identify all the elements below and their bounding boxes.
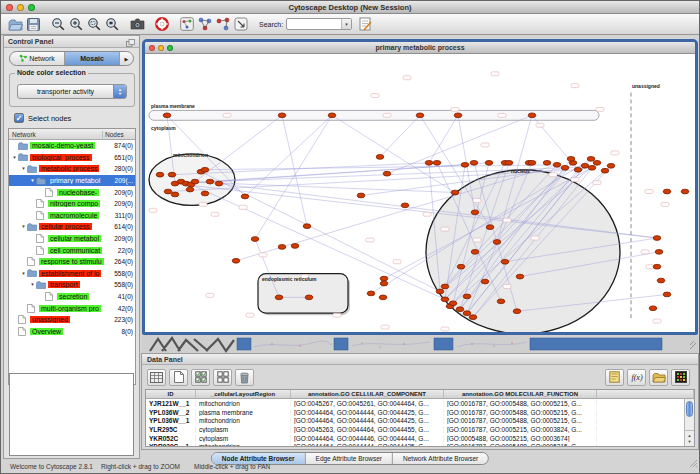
snapshot-icon[interactable]: [128, 16, 146, 33]
network-node[interactable]: [171, 192, 179, 197]
birdseye-view[interactable]: [9, 373, 134, 456]
column-header[interactable]: annotation.GO CELLULAR_COMPONENT: [291, 390, 444, 398]
network-node[interactable]: [156, 172, 164, 177]
network-node[interactable]: [471, 210, 479, 215]
network-node[interactable]: [513, 309, 521, 314]
attribute-table-icon[interactable]: [147, 369, 166, 386]
scrollbar-arrows[interactable]: ▲▼: [685, 430, 694, 446]
tree-row[interactable]: response to stimulu264(0): [9, 256, 135, 268]
network-node[interactable]: [305, 295, 313, 300]
expander-icon[interactable]: ▼: [29, 178, 36, 183]
network-node[interactable]: [441, 297, 449, 302]
tree-row[interactable]: macromolecule311(0): [9, 210, 135, 222]
network-node[interactable]: [505, 160, 513, 165]
network-node[interactable]: [471, 249, 479, 254]
network-node[interactable]: [493, 240, 501, 245]
network-node[interactable]: [653, 264, 661, 269]
network-node[interactable]: [441, 284, 449, 289]
tree-row[interactable]: unassigned223(0): [9, 314, 135, 326]
tree-column-nodes[interactable]: Nodes: [103, 131, 135, 138]
table-row[interactable]: YDR039C__1mitochondrion[GO:0044464, GO:0…: [146, 442, 694, 447]
attribute-editor-icon[interactable]: [356, 16, 374, 33]
float-panel-icon[interactable]: [126, 33, 135, 51]
network-node[interactable]: [528, 160, 536, 165]
formula-builder-icon[interactable]: f(x): [627, 369, 646, 386]
tree-row[interactable]: mosaic-demo-yeast874(0): [9, 140, 135, 152]
import-attributes-icon[interactable]: [649, 369, 668, 386]
tree-column-network[interactable]: Network: [9, 131, 103, 138]
network-node[interactable]: [561, 165, 569, 170]
tree-row[interactable]: Overview8(0): [9, 326, 135, 338]
table-row[interactable]: YPL036W__1mitochondrion[GO:0044464, GO:0…: [146, 416, 694, 425]
network-node[interactable]: [451, 190, 459, 195]
network-node[interactable]: [454, 113, 462, 118]
help-icon[interactable]: [153, 16, 171, 33]
network-node[interactable]: [251, 237, 259, 242]
layout-red-icon[interactable]: [214, 16, 232, 33]
table-row[interactable]: YPL036W__2plasma membrane[GO:0044464, GO…: [146, 408, 694, 417]
open-file-icon[interactable]: [6, 16, 24, 33]
network-node[interactable]: [275, 295, 283, 300]
network-node[interactable]: [191, 179, 199, 184]
tree-row[interactable]: multi-organism pro42(0): [9, 302, 135, 314]
network-node[interactable]: [357, 193, 365, 198]
network-canvas[interactable]: plasma membranecytoplasmmitochondrionnuc…: [145, 54, 695, 332]
new-attribute-icon[interactable]: [169, 369, 188, 386]
search-input[interactable]: [287, 19, 341, 29]
network-node[interactable]: [376, 155, 384, 160]
network-node[interactable]: [383, 171, 391, 176]
zoom-out-icon[interactable]: [49, 16, 67, 33]
network-node[interactable]: [655, 249, 663, 254]
strip-resize-grip[interactable]: [690, 341, 696, 349]
network-node[interactable]: [469, 315, 477, 320]
network-node[interactable]: [501, 259, 509, 264]
network-node[interactable]: [168, 172, 176, 177]
network-node[interactable]: [186, 187, 194, 192]
minimized-window-bar[interactable]: [530, 338, 662, 350]
zoom-in-icon[interactable]: [67, 16, 85, 33]
network-node[interactable]: [433, 160, 441, 165]
network-edge[interactable]: [380, 115, 420, 157]
tree-row[interactable]: ▼metabolic process280(0): [9, 163, 135, 175]
table-scrollbar[interactable]: ▲▼: [684, 399, 694, 446]
expander-icon[interactable]: ▼: [11, 155, 18, 160]
network-node[interactable]: [649, 306, 657, 311]
network-node[interactable]: [303, 224, 311, 229]
maximize-window-button[interactable]: [28, 4, 35, 11]
minimized-window-bar[interactable]: [237, 338, 251, 350]
network-node[interactable]: [528, 113, 536, 118]
tabs-overflow-button[interactable]: ▶: [120, 52, 133, 65]
tree-row[interactable]: nucleobase-209(0): [9, 186, 135, 198]
network-node[interactable]: [581, 163, 589, 168]
network-node[interactable]: [653, 236, 661, 241]
tree-row[interactable]: ▼biological_process651(0): [9, 152, 135, 164]
network-edge[interactable]: [429, 115, 458, 162]
table-row[interactable]: YJR121W__1mitochondrion[GO:0045267, GO:0…: [146, 399, 694, 408]
network-node[interactable]: [516, 274, 524, 279]
network-node[interactable]: [543, 160, 551, 165]
network-node[interactable]: [663, 292, 671, 297]
save-session-icon[interactable]: [24, 16, 42, 33]
network-node[interactable]: [401, 203, 409, 208]
network-node[interactable]: [553, 162, 561, 167]
expander-icon[interactable]: ▼: [20, 224, 27, 229]
network-node[interactable]: [470, 160, 478, 165]
network-node[interactable]: [164, 189, 172, 194]
expander-icon[interactable]: ▼: [20, 271, 27, 276]
delete-attribute-icon[interactable]: [235, 369, 254, 386]
network-node[interactable]: [291, 244, 299, 249]
network-node[interactable]: [587, 156, 595, 161]
network-node[interactable]: [380, 276, 388, 281]
column-header[interactable]: annotation.GO MOLECULAR_FUNCTION: [444, 390, 597, 398]
network-node[interactable]: [574, 167, 582, 172]
network-node[interactable]: [380, 281, 388, 286]
tab-mosaic[interactable]: Mosaic: [65, 52, 120, 65]
network-node[interactable]: [367, 291, 375, 296]
network-node[interactable]: [456, 307, 464, 312]
scrollbar-thumb[interactable]: [686, 401, 693, 417]
tree-row[interactable]: ▼primary metabol209(...: [9, 175, 135, 187]
network-node[interactable]: [607, 163, 615, 168]
network-node[interactable]: [681, 189, 689, 194]
matrix-icon[interactable]: [671, 369, 690, 386]
tab-network-attribute-browser[interactable]: Network Attribute Browser: [393, 453, 488, 464]
